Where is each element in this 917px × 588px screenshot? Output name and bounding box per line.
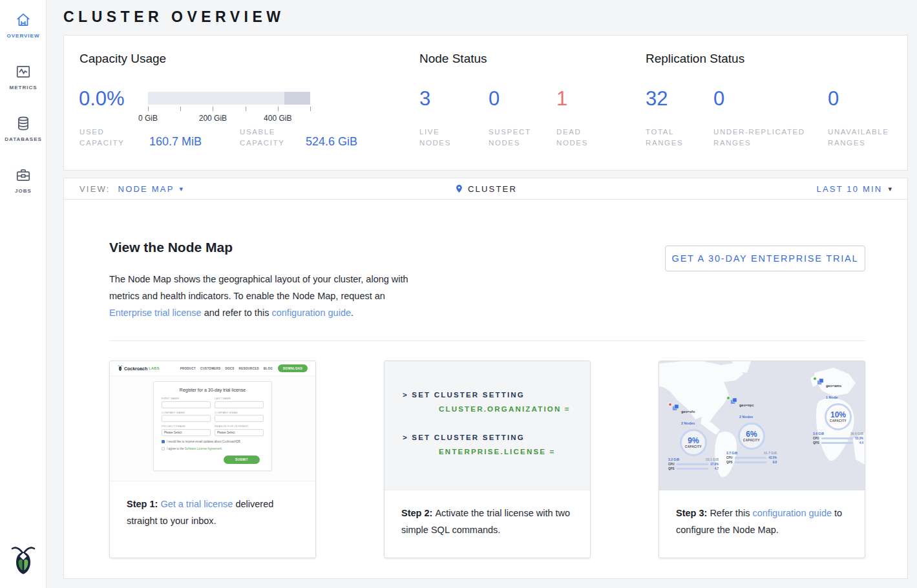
email-updates-checkbox: I would like to receive email updates ab… (162, 440, 264, 443)
cpu-bar (821, 437, 853, 439)
qps-bar (677, 468, 708, 470)
cpu-bar (735, 457, 766, 459)
sidebar-item-label: DATABASES (0, 136, 47, 142)
capacity-bar-reserved-segment (284, 92, 310, 105)
project-phase-select: Please Select (162, 429, 211, 436)
mini-site-header: Cockroach LABS PRODUCT CUSTOMERS DOCS RE… (110, 361, 315, 375)
locality-breadcrumb: CLUSTER (454, 184, 517, 194)
time-range-dropdown[interactable]: LAST 10 MIN ▾ (816, 184, 892, 194)
chevron-down-icon: ▾ (180, 185, 184, 193)
step-2-caption: Step 2: Activate the trial license with … (385, 490, 590, 538)
node-status-dot (813, 377, 817, 381)
section-title: View the Node Map (109, 240, 233, 255)
get-trial-license-link[interactable]: Get a trial license (160, 499, 233, 509)
usable-capacity-value: 524.6 GiB (306, 135, 357, 149)
reason-select: Please Select (215, 429, 264, 436)
capacity-gauge: 9% CAPACITY (680, 429, 707, 456)
section-description: The Node Map shows the geographical layo… (109, 271, 419, 321)
sidebar-item-label: METRICS (0, 85, 47, 90)
capacity-gauge: 10% CAPACITY (825, 403, 852, 430)
used-capacity-label: USEDCAPACITY (79, 127, 124, 149)
under-replicated-ranges-label: UNDER-REPLICATEDRANGES (713, 127, 805, 149)
company-email-field (215, 415, 264, 422)
divider (109, 341, 865, 341)
mini-download-button: DOWNLOAD (278, 364, 308, 372)
enterprise-trial-button[interactable]: GET A 30-DAY ENTERPRISE TRIAL (665, 246, 865, 271)
node-status-dot (668, 403, 672, 406)
cluster-summary-panel: Capacity Usage 0.0% 0 GiB 200 GiB 400 Gi… (63, 35, 908, 171)
axis-tick-label: 400 GiB (264, 114, 291, 123)
qps-bar (821, 442, 853, 444)
sql-argument: CLUSTER.ORGANIZATION = (439, 405, 590, 413)
axis-tick-label: 0 GiB (138, 114, 158, 123)
total-ranges-value: 32 (646, 87, 668, 110)
briefcase-icon (15, 167, 32, 184)
step-1-caption: Step 1: Get a trial license delivered st… (110, 481, 315, 529)
sidebar-item-metrics[interactable]: METRICS (0, 52, 47, 103)
home-icon (15, 12, 32, 28)
qps-bar (735, 461, 766, 463)
trial-registration-screenshot: Cockroach LABS PRODUCT CUSTOMERS DOCS RE… (110, 361, 315, 481)
capacity-gauge: 6% CAPACITY (738, 423, 765, 450)
configuration-guide-link[interactable]: configuration guide (752, 508, 832, 518)
page-title: CLUSTER OVERVIEW (63, 0, 908, 35)
configuration-guide-link[interactable]: configuration guide (271, 308, 351, 318)
node-map-preview: geo=sfo 2 Nodes 9% CAPACITY 3.2 GiB 53.1… (659, 361, 865, 490)
under-replicated-ranges-value: 0 (713, 87, 724, 110)
replication-status-title: Replication Status (646, 52, 744, 66)
form-title: Register for a 30-day trial license (162, 388, 264, 392)
capacity-usage-bar (148, 92, 310, 105)
step-3-caption: Step 3: Refer this configuration guide t… (659, 490, 865, 538)
map-node-sfo: geo=sfo 2 Nodes 9% CAPACITY 3.2 GiB 53.1… (668, 404, 719, 470)
cockroach-labs-logo: Cockroach LABS (118, 365, 160, 372)
metrics-chart-icon (15, 63, 32, 80)
sql-commands-block: > SET CLUSTER SETTING CLUSTER.ORGANIZATI… (385, 361, 590, 490)
steps-row: Cockroach LABS PRODUCT CUSTOMERS DOCS RE… (109, 361, 865, 558)
capacity-axis: 0 GiB 200 GiB 400 GiB (148, 107, 310, 111)
live-nodes-value: 3 (419, 87, 430, 110)
locality-label: CLUSTER (468, 184, 517, 194)
database-icon (15, 115, 32, 132)
suspect-nodes-label: SUSPECTNODES (489, 127, 531, 149)
view-selector-dropdown[interactable]: NODE MAP ▾ (118, 184, 183, 194)
first-name-field (162, 401, 211, 408)
cockroach-logo[interactable] (10, 544, 36, 580)
node-cubes-icon (730, 397, 737, 404)
chevron-down-icon: ▾ (888, 185, 892, 193)
node-map-panel: View the Node Map The Node Map shows the… (63, 200, 908, 579)
sql-argument: ENTERPRISE.LICENSE = (439, 448, 590, 456)
unavailable-ranges-value: 0 (828, 87, 839, 110)
sql-command: > SET CLUSTER SETTING (403, 434, 590, 441)
step-1-card: Cockroach LABS PRODUCT CUSTOMERS DOCS RE… (109, 361, 316, 558)
sidebar-item-jobs[interactable]: JOBS (0, 155, 47, 207)
usable-capacity-label: USABLECAPACITY (240, 127, 284, 149)
sidebar-item-overview[interactable]: OVERVIEW (0, 0, 47, 52)
checkbox-icon (162, 447, 165, 450)
last-name-field (215, 401, 264, 408)
license-agreement-checkbox: I agree to the Software License Agreemen… (162, 447, 264, 450)
node-status-title: Node Status (419, 52, 487, 66)
suspect-nodes-value: 0 (489, 87, 500, 110)
trial-license-form: Register for a 30-day trial license FIRS… (153, 381, 272, 471)
mini-submit-button: SUBMIT (224, 456, 260, 464)
used-capacity-value: 160.7 MiB (149, 135, 202, 149)
total-ranges-label: TOTALRANGES (646, 127, 683, 149)
node-cubes-icon (672, 404, 679, 411)
sidebar-item-label: JOBS (0, 188, 47, 194)
node-status-dot (726, 396, 730, 400)
cpu-bar (677, 463, 708, 465)
company-name-field (162, 415, 211, 422)
cockroach-bug-icon (118, 365, 123, 372)
dead-nodes-label: DEADNODES (556, 127, 588, 149)
map-node-ams: geo=ams 1 Node 10% CAPACITY 3.6 GiB 36.6… (813, 378, 863, 445)
map-pin-icon (454, 184, 463, 194)
sql-command: > SET CLUSTER SETTING (403, 391, 590, 399)
view-label: VIEW: (79, 184, 111, 194)
enterprise-trial-license-link[interactable]: Enterprise trial license (109, 308, 202, 318)
dead-nodes-value: 1 (556, 87, 567, 110)
sidebar: OVERVIEW METRICS DATABASES JOBS (0, 0, 47, 588)
step-2-card: > SET CLUSTER SETTING CLUSTER.ORGANIZATI… (384, 361, 591, 558)
axis-tick-label: 200 GiB (199, 114, 227, 123)
sidebar-item-databases[interactable]: DATABASES (0, 103, 47, 155)
main-content: CLUSTER OVERVIEW Capacity Usage 0.0% 0 G… (47, 0, 917, 579)
